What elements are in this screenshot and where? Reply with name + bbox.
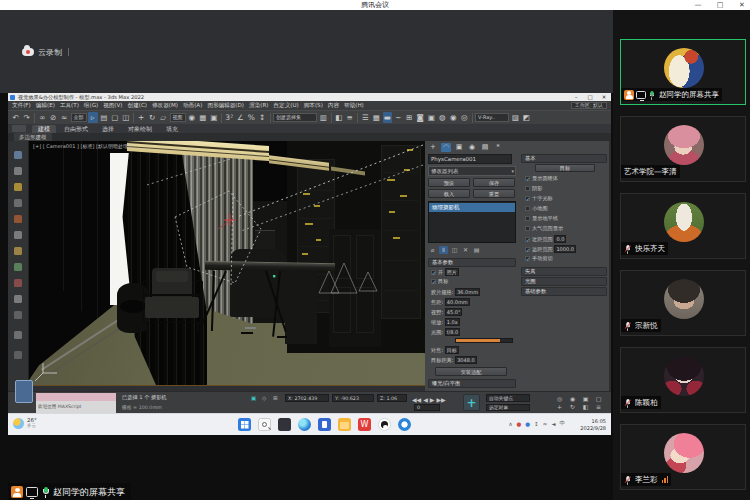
menu-edit[interactable]: 编辑(E) xyxy=(36,102,55,110)
ime-indicator[interactable]: 中 xyxy=(560,420,566,427)
select-object-icon[interactable]: ▹ xyxy=(88,112,98,123)
rollout-header-params[interactable]: 基本参数 xyxy=(428,258,516,267)
panel-button[interactable]: 重置 xyxy=(473,189,515,198)
layer-manager-icon[interactable]: ▦ xyxy=(372,112,382,123)
tray-updown-icon[interactable]: ↕ xyxy=(534,421,539,427)
taskview-icon[interactable] xyxy=(278,418,291,431)
move-icon[interactable]: + xyxy=(137,112,147,123)
install-fit-button[interactable]: 安装适配 xyxy=(435,367,507,376)
isolate-toggle-icon[interactable]: ▣ xyxy=(251,395,256,401)
orbit-icon[interactable]: ↻ xyxy=(566,403,579,411)
left-tool-icon[interactable] xyxy=(14,183,22,191)
maximize-viewport-icon[interactable]: ◧ xyxy=(579,403,592,411)
param-value[interactable]: 36.0mm xyxy=(455,288,480,296)
curve-editor-icon[interactable]: ~ xyxy=(394,112,404,123)
zoom-all-icon[interactable]: ◉ xyxy=(566,395,579,403)
pan-icon[interactable]: + xyxy=(553,403,566,411)
param-value[interactable]: 1.0x xyxy=(445,318,460,326)
menu-create[interactable]: 创建(C) xyxy=(128,102,147,110)
menu-file[interactable]: 文件(F) xyxy=(12,102,31,110)
mirror-icon[interactable]: ◧ xyxy=(334,112,344,123)
left-tool-icon[interactable] xyxy=(14,331,22,339)
panel-button[interactable]: 预设 xyxy=(428,178,470,187)
left-tool-icon[interactable] xyxy=(14,231,22,239)
window-crossing-icon[interactable]: ◫ xyxy=(121,112,131,123)
modify-tab-icon[interactable]: ◠ xyxy=(441,143,451,152)
edit-selection-icon[interactable]: ▥ xyxy=(319,112,329,123)
selected-filter[interactable]: 选定对象 xyxy=(486,404,530,411)
participant-tile[interactable]: 赵同学的屏幕共享 xyxy=(620,39,746,105)
unlink-icon[interactable]: ⊘ xyxy=(49,112,59,123)
panel-button[interactable]: 载入 xyxy=(428,189,470,198)
tray-volume-icon[interactable]: ◄ xyxy=(551,421,555,427)
folder-app-icon[interactable] xyxy=(338,418,351,431)
panel-button[interactable]: 保存 xyxy=(473,178,515,187)
maxscript-listener[interactable]: 欢迎使用 MAXScript xyxy=(36,393,116,413)
configure-icon[interactable]: ▤ xyxy=(472,246,481,254)
menu-animation[interactable]: 动画(A) xyxy=(183,102,202,110)
tray-expand-icon[interactable]: ∧ xyxy=(508,421,512,427)
angle-snap-icon[interactable]: ∠ xyxy=(236,112,246,123)
schematic-view-icon[interactable]: ⊞ xyxy=(405,112,415,123)
coord-system-dropdown[interactable]: 视图 xyxy=(170,113,186,122)
search-icon[interactable] xyxy=(258,418,271,431)
rollout-header-basicparams[interactable]: 基础参数 xyxy=(521,287,607,296)
left-tool-icon[interactable] xyxy=(14,295,22,303)
percent-snap-icon[interactable]: % xyxy=(247,112,257,123)
menu-scripting[interactable]: 脚本(S) xyxy=(304,102,323,110)
cloud-recording-indicator[interactable]: 云录制 xyxy=(22,46,69,58)
selection-filter-dropdown[interactable]: 全部 xyxy=(71,113,87,122)
edge-icon[interactable] xyxy=(298,418,311,431)
align-icon[interactable]: ≡ xyxy=(345,112,355,123)
target-button[interactable]: 目标 xyxy=(535,164,595,172)
menu-content[interactable]: 内容 xyxy=(328,102,339,110)
ribbon-tab-modeling[interactable]: 建模 xyxy=(32,125,56,133)
zoom-region-icon[interactable]: ▢ xyxy=(592,395,605,403)
blue-app-icon[interactable] xyxy=(398,418,411,431)
display-tab-icon[interactable]: ▤ xyxy=(480,143,490,152)
menu-customize[interactable]: 自定义(U) xyxy=(274,102,299,110)
ribbon-tab-objectpaint[interactable]: 对象绘制 xyxy=(122,125,158,133)
time-field[interactable]: 0 xyxy=(414,404,440,411)
3dsmax-close[interactable]: ✕ xyxy=(597,93,611,101)
param-value[interactable]: 目标 xyxy=(445,346,459,354)
menu-rendering[interactable]: 渲染(R) xyxy=(249,102,268,110)
render-iterative-icon[interactable]: ◎ xyxy=(460,112,470,123)
param-value[interactable]: 0.0 xyxy=(554,235,566,243)
3dsmax-maximize[interactable]: □ xyxy=(583,93,597,101)
scene-explorer-icon[interactable]: ☰ xyxy=(361,112,371,123)
close-button[interactable]: ✕ xyxy=(734,0,750,10)
select-manipulate-icon[interactable]: ▦ xyxy=(198,112,208,123)
ribbon-tab-freeform[interactable]: 自由形式 xyxy=(58,125,94,133)
hierarchy-tab-icon[interactable]: ▣ xyxy=(454,143,464,152)
maximize-button[interactable]: □ xyxy=(712,0,728,10)
panel-scrollbar[interactable] xyxy=(609,141,611,391)
menu-views[interactable]: 视图(V) xyxy=(103,102,122,110)
tray-network-icon[interactable]: ≈ xyxy=(543,421,548,427)
undo-icon[interactable]: ↶ xyxy=(11,112,21,123)
rollout-header-aperture[interactable]: 光圈 xyxy=(521,277,607,286)
scale-icon[interactable]: ▱ xyxy=(159,112,169,123)
param-value[interactable]: 1000.0 xyxy=(554,245,576,253)
material-editor-icon[interactable]: ◙ xyxy=(416,112,426,123)
tray-app-icon[interactable]: ● xyxy=(516,421,521,427)
isolate-icon[interactable]: ◩ xyxy=(522,112,532,123)
param-value[interactable]: 3048.0 xyxy=(455,356,477,364)
render-preset-dropdown[interactable]: V-Ray.. xyxy=(475,113,509,122)
modifier-list-dropdown[interactable]: 修改器列表 xyxy=(428,166,516,176)
workspace-selector[interactable]: 工作区: 默认 xyxy=(571,102,607,109)
coord-y-field[interactable]: Y: -90.623 xyxy=(332,394,374,402)
wps-icon[interactable]: W xyxy=(358,418,371,431)
set-key-button[interactable]: + xyxy=(463,394,480,411)
participant-tile[interactable]: 陈颖柏 xyxy=(620,347,746,413)
named-selection-dropdown[interactable]: 创建选择集 xyxy=(273,113,317,122)
ribbon-subtab-polymodeling[interactable]: 多边形建模 xyxy=(14,133,52,141)
param-value[interactable]: f/8.0 xyxy=(445,328,460,336)
param-value[interactable]: 40.0mm xyxy=(445,298,470,306)
link-icon[interactable]: ∞ xyxy=(38,112,48,123)
teams-icon[interactable] xyxy=(318,418,331,431)
participant-tile[interactable]: 快乐齐天 xyxy=(620,193,746,259)
minimize-button[interactable]: — xyxy=(690,0,706,10)
participant-tile[interactable]: 艺术学院—李清 xyxy=(620,116,746,182)
object-name-field[interactable]: PhysCamera001 xyxy=(428,154,512,164)
